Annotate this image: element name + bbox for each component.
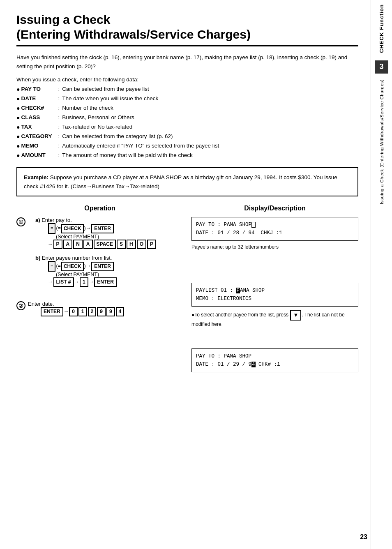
display-2-line1: PAY TO : PANA SHOP (196, 352, 354, 360)
sidebar-tab-number: 3 (375, 60, 388, 74)
step-1a-keys: ≡(=CHECK)→ENTER (48, 223, 183, 234)
example-label: Example: (24, 174, 48, 180)
display-2-line2: DATE : 01 / 29 / 94 CHK# :1 (196, 360, 354, 369)
key-space: SPACE (94, 240, 116, 249)
key-0: 0 (69, 307, 78, 316)
key-4: 4 (116, 307, 125, 316)
check-key-1a: CHECK (61, 224, 84, 233)
down-arrow-key: ▼ (290, 310, 301, 321)
step-1a-letters: →PANASPACESHOP (48, 240, 183, 249)
bullet-icon: ● (16, 95, 20, 103)
step-1b-keys: ≡(=CHECK)→ENTER (48, 261, 183, 272)
display-1a: PAY TO : PANA SHOP DATE : 01 / 28 / 94 C… (191, 217, 358, 241)
list-hash-key: LIST # (53, 277, 74, 287)
sidebar: CHECK Function 3 Issuing a Check (Enteri… (371, 0, 392, 549)
sidebar-section-label: CHECK Function (378, 4, 385, 53)
display-1a-line2: DATE : 01 / 28 / 94 CHK# :1 (196, 229, 354, 237)
step-number-2: ② (16, 301, 25, 310)
page-number: 23 (360, 533, 367, 541)
key-9b: 9 (106, 307, 115, 316)
step-1: ① a) Enter pay to. ≡(=CHECK)→ENTER (Sele… (16, 217, 183, 293)
bullet-icon: ● (16, 123, 20, 131)
enter-key-2: ENTER (41, 307, 63, 316)
field-list: ● PAY TO : Can be selected from the paye… (16, 85, 358, 160)
list-item: ● TAX : Tax-related or No tax-related (16, 123, 358, 131)
display-column: Display/Description PAY TO : PANA SHOP D… (191, 205, 358, 376)
key-s: S (117, 240, 126, 249)
enter-key-1a: ENTER (91, 224, 114, 233)
bullet-icon: ● (16, 85, 20, 94)
sub-step-1b: b) Enter payee number from list. ≡(=CHEC… (35, 255, 183, 287)
step-1b-note: (Select PAYMENT) (56, 272, 183, 277)
list-item: ● MEMO : Automatically entered if "PAY T… (16, 142, 358, 150)
key-n: N (73, 240, 83, 249)
sub-step-1a-label: a) Enter pay to. (35, 217, 183, 223)
bullet-icon: ● (16, 132, 20, 141)
bullet-icon: ● (16, 142, 20, 150)
key-1: 1 (80, 277, 88, 287)
page-title: Issuing a Check (Entering Withdrawals/Se… (16, 12, 358, 46)
display-1a-note: Payee’s name: up to 32 letters/numbers (191, 244, 358, 250)
sidebar-chapter-label: Issuing a Check (Entering Withdrawals/Se… (379, 79, 384, 204)
display-2: PAY TO : PANA SHOP DATE : 01 / 29 / 94 C… (191, 348, 358, 372)
key-p2: P (147, 240, 156, 249)
bullet-icon: ● (16, 113, 20, 122)
menu-icon-2: ≡ (48, 261, 55, 272)
bullet-icon: ● (16, 104, 20, 113)
bullet-icon: ● (16, 151, 20, 160)
list-item: ● CATEGORY : Can be selected from the ca… (16, 132, 358, 141)
key-o: O (137, 240, 146, 249)
step-2: ② Enter date. ENTER→012994 (16, 301, 183, 316)
cursor-1a (251, 222, 256, 228)
key-a1: A (63, 240, 73, 249)
list-item: ● AMOUNT : The amount of money that will… (16, 151, 358, 160)
key-h: H (127, 240, 136, 249)
check-key-1b: CHECK (61, 262, 84, 271)
cursor-1b: P (236, 288, 240, 293)
operation-column: Operation ① a) Enter pay to. ≡(=CHECK)→E… (16, 205, 183, 376)
display-1b-line2: MEMO : ELECTRONICS (196, 295, 354, 303)
intro-paragraph: Have you finished setting the clock (p. … (16, 53, 358, 71)
enter-key-1b: ENTER (91, 262, 114, 271)
key-a2: A (83, 240, 93, 249)
cursor-2: 4 (251, 362, 256, 367)
menu-icon: ≡ (48, 223, 55, 234)
step-1b-list: →LIST #→1→ENTER (48, 277, 183, 287)
enter-key-1b2: ENTER (94, 277, 117, 287)
display-1b-line1: PAYLIST 01 : PANA SHOP (196, 286, 354, 295)
key-9: 9 (97, 307, 106, 316)
example-text: Suppose you purchase a CD player at a PA… (24, 174, 337, 189)
sub-step-1b-label: b) Enter payee number from list. (35, 255, 183, 261)
step-1a-note: (Select PAYMENT) (56, 234, 183, 240)
key-1a: 1 (78, 307, 87, 316)
example-box: Example: Suppose you purchase a CD playe… (16, 167, 358, 196)
list-item: ● DATE : The date when you will issue th… (16, 95, 358, 103)
list-item: ● PAY TO : Can be selected from the paye… (16, 85, 358, 94)
key-2: 2 (88, 307, 97, 316)
step-1-content: a) Enter pay to. ≡(=CHECK)→ENTER (Select… (28, 217, 183, 293)
data-list-intro: When you issue a check, enter the follow… (16, 76, 358, 83)
key-p: P (53, 240, 62, 249)
step-2-content: Enter date. ENTER→012994 (28, 301, 183, 316)
display-1b-note: ●To select another payee from the list, … (191, 310, 358, 328)
step-2-keys: ENTER→012994 (40, 307, 183, 316)
list-item: ● CLASS : Business, Personal or Others (16, 113, 358, 122)
step-number-1: ① (16, 217, 25, 226)
display-1a-line1: PAY TO : PANA SHOP (196, 221, 354, 229)
display-header: Display/Description (191, 205, 358, 212)
display-1b: PAYLIST 01 : PANA SHOP MEMO : ELECTRONIC… (191, 283, 358, 307)
sub-step-1a: a) Enter pay to. ≡(=CHECK)→ENTER (Select… (35, 217, 183, 249)
list-item: ● CHECK# : Number of the check (16, 104, 358, 113)
two-column-section: Operation ① a) Enter pay to. ≡(=CHECK)→E… (16, 205, 358, 376)
operation-header: Operation (16, 205, 183, 212)
step-2-label: Enter date. (28, 301, 183, 307)
